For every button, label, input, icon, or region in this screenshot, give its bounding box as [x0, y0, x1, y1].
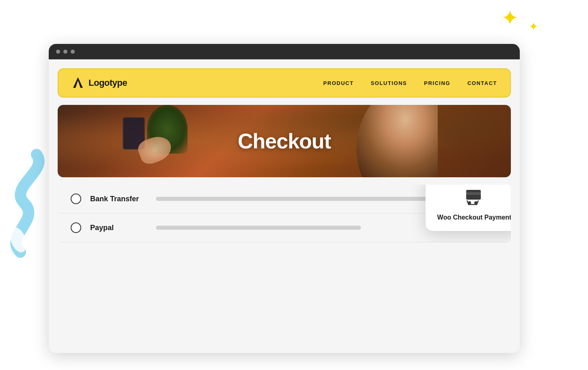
radio-paypal[interactable] — [71, 222, 81, 233]
navbar: Logotype PRODUCT SOLUTIONS PRICING CONTA… — [58, 68, 511, 98]
logo-area: Logotype — [71, 76, 127, 89]
nav-product[interactable]: PRODUCT — [323, 80, 354, 86]
checkout-payment-icon — [464, 187, 485, 208]
svg-rect-4 — [466, 192, 481, 195]
browser-titlebar — [49, 44, 520, 59]
nav-pricing[interactable]: PRICING — [424, 80, 450, 86]
star-small-icon: ✦ — [529, 21, 540, 33]
logo-text: Logotype — [89, 78, 127, 88]
logo-icon — [71, 76, 84, 89]
radio-bank-transfer[interactable] — [71, 194, 81, 204]
nav-solutions[interactable]: SOLUTIONS — [371, 80, 407, 86]
payment-area: Bank Transfer Paypal — [58, 185, 511, 242]
browser-window: Logotype PRODUCT SOLUTIONS PRICING CONTA… — [49, 44, 520, 353]
popup-card: Woo Checkout Payment — [426, 185, 511, 231]
hero-title: Checkout — [238, 129, 331, 153]
payment-label-bank: Bank Transfer — [90, 195, 147, 203]
squiggle-decoration — [0, 146, 49, 260]
browser-dot-1 — [56, 50, 60, 54]
hero-banner: Checkout — [58, 105, 511, 177]
hero-person — [357, 105, 438, 177]
browser-content: Logotype PRODUCT SOLUTIONS PRICING CONTA… — [49, 59, 520, 242]
star-large-icon: ✦ — [501, 7, 522, 28]
payment-label-paypal: Paypal — [90, 224, 147, 232]
payment-line-2 — [156, 226, 361, 230]
popup-label: Woo Checkout Payment — [437, 213, 511, 222]
nav-links: PRODUCT SOLUTIONS PRICING CONTACT — [323, 80, 497, 86]
browser-dot-3 — [71, 50, 75, 54]
nav-contact[interactable]: CONTACT — [467, 80, 497, 86]
browser-dot-2 — [63, 50, 67, 54]
